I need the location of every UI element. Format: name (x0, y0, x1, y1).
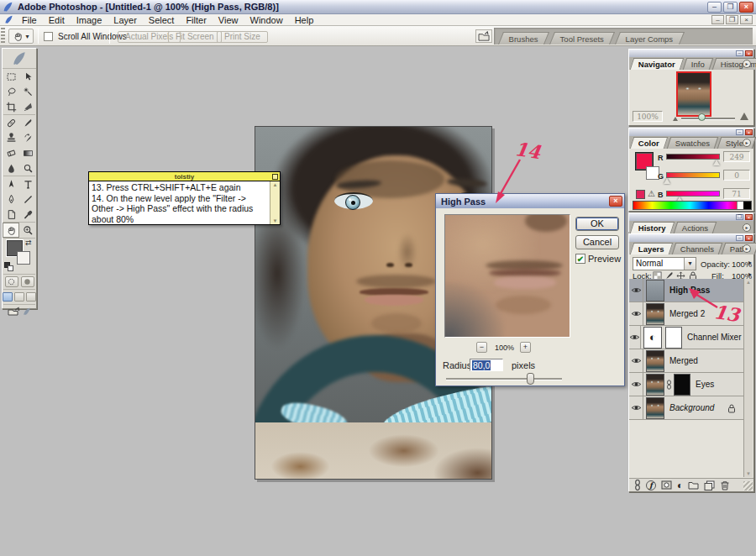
tab-layers[interactable]: Layers (630, 243, 673, 254)
navigator-view-box[interactable] (676, 71, 711, 117)
navigator-slider-thumb[interactable] (698, 113, 706, 121)
layer-thumbnail[interactable] (646, 280, 664, 302)
menu-filter[interactable]: Filter (180, 14, 212, 26)
blend-mode-arrow-icon[interactable]: ▾ (684, 258, 696, 270)
channel-r-slider[interactable] (666, 154, 720, 160)
fullscreen-mode-button[interactable] (26, 292, 36, 302)
visibility-toggle[interactable] (629, 349, 643, 373)
radius-slider-track[interactable] (446, 378, 562, 380)
zoom-out-button[interactable]: − (476, 342, 487, 353)
file-browser-button[interactable] (475, 29, 492, 43)
healing-brush-tool[interactable] (3, 115, 19, 130)
fullscreen-menubar-mode-button[interactable] (14, 292, 24, 302)
crop-tool[interactable] (3, 99, 19, 114)
lasso-tool[interactable] (3, 84, 19, 99)
move-tool[interactable] (19, 69, 36, 84)
tab-navigator[interactable]: Navigator (630, 58, 684, 70)
switch-colors-icon[interactable]: ⇄ (25, 239, 32, 247)
layer-style-icon[interactable]: ƒ (646, 480, 656, 490)
layer-thumbnail[interactable] (646, 350, 664, 372)
eraser-tool[interactable] (3, 145, 19, 160)
layer-thumbnail[interactable] (646, 374, 664, 396)
layer-row-merged-2[interactable]: Merged 2 (629, 302, 743, 326)
visibility-toggle[interactable] (629, 279, 643, 302)
menu-select[interactable]: Select (143, 14, 181, 26)
jump-to-imageready-icon[interactable] (8, 307, 21, 317)
menu-view[interactable]: View (213, 14, 244, 26)
eyedropper-tool[interactable] (19, 207, 36, 222)
panel-menu-icon[interactable]: ▸ (743, 244, 751, 253)
layer-mask-thumbnail[interactable] (674, 374, 690, 396)
opacity-spinner-icon[interactable]: ▸ (748, 259, 752, 266)
tab-channels[interactable]: Channels (671, 243, 722, 254)
menu-file[interactable]: File (16, 14, 43, 26)
channel-g-thumb[interactable] (664, 178, 670, 184)
ok-button[interactable]: OK (575, 217, 619, 231)
radius-slider-thumb[interactable] (527, 373, 534, 385)
menu-image[interactable]: Image (71, 14, 108, 26)
note-scrollbar[interactable]: ▲ ▼ (270, 181, 280, 224)
add-mask-icon[interactable] (661, 480, 672, 490)
layer-name[interactable]: Eyes (696, 380, 714, 389)
layer-row-merged[interactable]: Merged (629, 349, 743, 373)
visibility-toggle[interactable] (629, 302, 643, 326)
preview-checkbox[interactable]: ✔ (575, 254, 585, 264)
tab-swatches[interactable]: Swatches (667, 137, 719, 149)
zoom-out-mountain-icon[interactable] (673, 117, 678, 121)
channel-g-value[interactable]: 0 (723, 170, 750, 181)
dodge-tool[interactable] (19, 160, 36, 176)
scroll-all-windows-checkbox[interactable] (44, 32, 53, 41)
panel-minimize-button[interactable]: – (736, 235, 743, 241)
visibility-toggle[interactable] (629, 373, 643, 396)
radius-input[interactable]: 80,0 (470, 359, 503, 371)
new-layer-icon[interactable] (704, 480, 715, 490)
slice-tool[interactable] (19, 99, 36, 114)
hand-tool[interactable] (3, 223, 19, 238)
brush-tool[interactable] (19, 115, 36, 130)
magic-wand-tool[interactable] (19, 84, 36, 99)
restore-button[interactable]: ❐ (723, 2, 738, 13)
history-brush-tool[interactable] (19, 130, 36, 145)
doc-minimize-button[interactable]: – (711, 15, 724, 24)
well-tab-tool-presets[interactable]: Tool Presets (549, 32, 615, 45)
well-tab-layer-comps[interactable]: Layer Comps (615, 32, 685, 45)
layer-thumbnail[interactable] (646, 397, 664, 419)
zoom-in-button[interactable]: + (520, 342, 531, 353)
layer-thumbnail[interactable] (646, 303, 664, 325)
panel-menu-icon[interactable]: ▸ (743, 60, 751, 68)
menu-window[interactable]: Window (244, 14, 289, 26)
panel-close-button[interactable]: × (745, 235, 753, 241)
delete-layer-icon[interactable] (720, 480, 730, 490)
channel-r-value[interactable]: 249 (723, 151, 750, 162)
gamut-warning-icon[interactable]: ⚠ (648, 189, 655, 198)
options-bar-grip[interactable] (1, 28, 5, 45)
layer-name[interactable]: Merged 2 (669, 309, 705, 318)
current-tool-preview[interactable]: ▾ (8, 29, 34, 44)
layer-row-eyes[interactable]: Eyes (629, 373, 743, 396)
panel-minimize-button[interactable]: – (736, 129, 743, 135)
navigator-zoom-field[interactable]: 100% (633, 111, 663, 122)
menu-layer[interactable]: Layer (108, 14, 143, 26)
panel-close-button[interactable]: × (745, 129, 753, 135)
fit-screen-button[interactable]: Fit Screen (168, 31, 222, 43)
type-tool[interactable] (19, 176, 36, 191)
cancel-button[interactable]: Cancel (575, 235, 619, 249)
scroll-down-icon[interactable]: ▼ (746, 471, 751, 476)
layer-name[interactable]: Channel Mixer 1 (687, 333, 748, 342)
link-layers-icon[interactable] (634, 480, 641, 490)
tab-history[interactable]: History (630, 222, 675, 233)
doc-restore-button[interactable]: ❐ (726, 15, 738, 24)
zoom-tool[interactable] (19, 223, 36, 238)
zoom-in-mountain-icon[interactable] (740, 113, 748, 120)
panel-minimize-button[interactable]: – (736, 50, 743, 56)
menu-edit[interactable]: Edit (43, 14, 71, 26)
panel-resize-grip[interactable] (743, 481, 753, 490)
spectrum-white-swatch[interactable] (737, 202, 743, 209)
line-tool[interactable] (19, 191, 36, 207)
scroll-up-icon[interactable]: ▲ (273, 182, 278, 187)
channel-g-slider[interactable] (666, 172, 720, 178)
scroll-up-icon[interactable]: ▲ (746, 280, 751, 285)
high-pass-dialog[interactable]: High Pass × − 100% + Radius: 80,0 pixels… (435, 193, 625, 386)
pen-tool[interactable] (3, 191, 19, 207)
color-spectrum-ramp[interactable] (633, 201, 752, 210)
